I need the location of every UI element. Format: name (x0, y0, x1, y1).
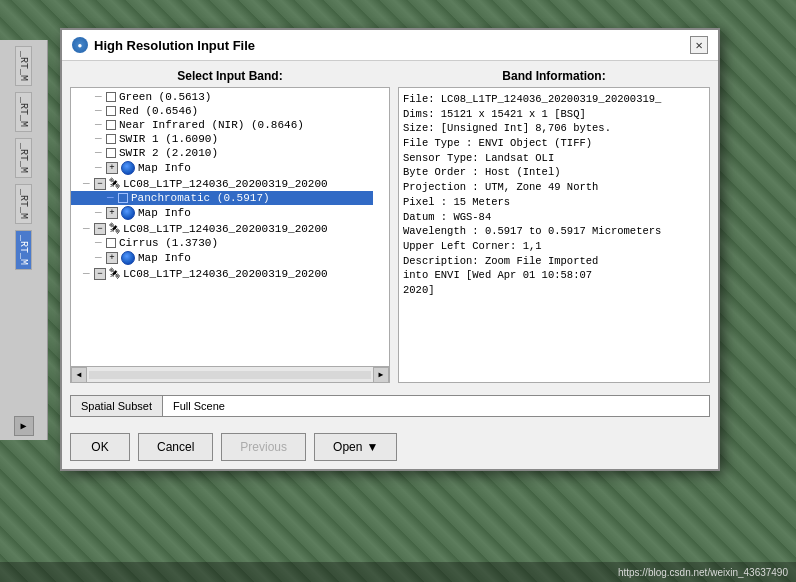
open-label: Open (333, 440, 362, 454)
left-panel: Select Input Band: ─ Green (0.5613) ─ Re… (70, 69, 390, 383)
satellite-icon-3: 🛰 (109, 267, 120, 280)
label-lc08-3: LC08_L1TP_124036_20200319_20200 (123, 268, 328, 280)
checkbox-cirrus[interactable] (106, 238, 116, 248)
open-arrow-icon: ▼ (366, 440, 378, 454)
checkbox-red[interactable] (106, 106, 116, 116)
expand-mapinfo3[interactable]: + (106, 252, 118, 264)
spatial-subset-button[interactable]: Spatial Subset (70, 395, 163, 417)
band-info-line-4: Sensor Type: Landsat OLI (403, 151, 705, 166)
sidebar: _RT_M _RT_M _RT_M _RT_M _RT_M ▶ (0, 40, 48, 440)
dialog-title-left: ● High Resolution Input File (72, 37, 255, 53)
sidebar-item-1[interactable]: _RT_M (15, 92, 32, 132)
checkbox-panchromatic[interactable] (118, 193, 128, 203)
label-mapinfo1: Map Info (138, 162, 191, 174)
scroll-track (89, 371, 371, 379)
expand-lc08-3[interactable]: − (94, 268, 106, 280)
band-info-line-0: File: LC08_L1TP_124036_20200319_20200319… (403, 92, 705, 107)
dialog-bottom: Spatial Subset Full Scene OK Cancel Prev… (62, 391, 718, 469)
label-lc08-2: LC08_L1TP_124036_20200319_20200 (123, 223, 328, 235)
label-mapinfo3: Map Info (138, 252, 191, 264)
expand-mapinfo1[interactable]: + (106, 162, 118, 174)
globe-icon-2 (121, 206, 135, 220)
ok-button[interactable]: OK (70, 433, 130, 461)
globe-icon-3 (121, 251, 135, 265)
tree-item-mapinfo3[interactable]: ─ + Map Info (71, 250, 373, 266)
label-nir: Near Infrared (NIR) (0.8646) (119, 119, 304, 131)
band-info-line-10: Upper Left Corner: 1,1 (403, 239, 705, 254)
tree-item-lc08-1[interactable]: ─ − 🛰 LC08_L1TP_124036_20200319_20200 (71, 176, 373, 191)
label-mapinfo2: Map Info (138, 207, 191, 219)
band-info-box: File: LC08_L1TP_124036_20200319_20200319… (398, 87, 710, 383)
expand-lc08-2[interactable]: − (94, 223, 106, 235)
tree-item-panchromatic[interactable]: ─ Panchromatic (0.5917) (71, 191, 373, 205)
globe-icon-1 (121, 161, 135, 175)
select-input-band-header: Select Input Band: (70, 69, 390, 83)
band-info-line-13: 2020] (403, 283, 705, 298)
tree-item-swir2[interactable]: ─ SWIR 2 (2.2010) (71, 146, 373, 160)
checkbox-green[interactable] (106, 92, 116, 102)
sidebar-item-0[interactable]: _RT_M (15, 46, 32, 86)
dialog-titlebar: ● High Resolution Input File ✕ (62, 30, 718, 61)
tree-container[interactable]: ─ Green (0.5613) ─ Red (0.6546) ─ N (70, 87, 390, 367)
band-info-line-7: Pixel : 15 Meters (403, 195, 705, 210)
band-info-line-8: Datum : WGS-84 (403, 210, 705, 225)
scroll-left-arrow[interactable]: ◀ (71, 367, 87, 383)
previous-button[interactable]: Previous (221, 433, 306, 461)
expand-mapinfo2[interactable]: + (106, 207, 118, 219)
label-cirrus: Cirrus (1.3730) (119, 237, 218, 249)
tree-item-nir[interactable]: ─ Near Infrared (NIR) (0.8646) (71, 118, 373, 132)
band-info-line-3: File Type : ENVI Object (TIFF) (403, 136, 705, 151)
checkbox-nir[interactable] (106, 120, 116, 130)
right-panel: Band Information: File: LC08_L1TP_124036… (398, 69, 710, 383)
cancel-button[interactable]: Cancel (138, 433, 213, 461)
spatial-subset-value: Full Scene (163, 395, 710, 417)
sidebar-item-4[interactable]: _RT_M (15, 230, 32, 270)
tree-item-red[interactable]: ─ Red (0.6546) (71, 104, 373, 118)
tree-item-cirrus[interactable]: ─ Cirrus (1.3730) (71, 236, 373, 250)
tree-item-mapinfo1[interactable]: ─ + Map Info (71, 160, 373, 176)
dialog-body: Select Input Band: ─ Green (0.5613) ─ Re… (62, 61, 718, 391)
spatial-subset-row: Spatial Subset Full Scene (70, 395, 710, 417)
dialog-title: High Resolution Input File (94, 38, 255, 53)
band-info-line-11: Description: Zoom File Imported (403, 254, 705, 269)
sidebar-item-2[interactable]: _RT_M (15, 138, 32, 178)
label-swir2: SWIR 2 (2.2010) (119, 147, 218, 159)
tree-item-green[interactable]: ─ Green (0.5613) (71, 90, 373, 104)
band-info-line-9: Wavelength : 0.5917 to 0.5917 Micrometer… (403, 224, 705, 239)
label-green: Green (0.5613) (119, 91, 211, 103)
tree-content: ─ Green (0.5613) ─ Red (0.6546) ─ N (71, 88, 389, 283)
band-info-line-5: Byte Order : Host (Intel) (403, 165, 705, 180)
checkbox-swir1[interactable] (106, 134, 116, 144)
horizontal-scrollbar[interactable]: ◀ ▶ (70, 367, 390, 383)
checkbox-swir2[interactable] (106, 148, 116, 158)
label-panchromatic: Panchromatic (0.5917) (131, 192, 270, 204)
open-button[interactable]: Open ▼ (314, 433, 397, 461)
dialog-icon: ● (72, 37, 88, 53)
band-info-header: Band Information: (398, 69, 710, 83)
sidebar-item-3[interactable]: _RT_M (15, 184, 32, 224)
satellite-icon-2: 🛰 (109, 222, 120, 235)
tree-item-swir1[interactable]: ─ SWIR 1 (1.6090) (71, 132, 373, 146)
band-info-line-2: Size: [Unsigned Int] 8,706 bytes. (403, 121, 705, 136)
status-bar: https://blog.csdn.net/weixin_43637490 (0, 562, 796, 582)
status-url: https://blog.csdn.net/weixin_43637490 (618, 567, 788, 578)
close-button[interactable]: ✕ (690, 36, 708, 54)
tree-item-mapinfo2[interactable]: ─ + Map Info (71, 205, 373, 221)
band-info-line-12: into ENVI [Wed Apr 01 10:58:07 (403, 268, 705, 283)
band-info-line-6: Projection : UTM, Zone 49 North (403, 180, 705, 195)
sidebar-expand-arrow[interactable]: ▶ (14, 416, 34, 436)
dialog: ● High Resolution Input File ✕ Select In… (60, 28, 720, 471)
label-swir1: SWIR 1 (1.6090) (119, 133, 218, 145)
label-lc08-1: LC08_L1TP_124036_20200319_20200 (123, 178, 328, 190)
band-info-line-1: Dims: 15121 x 15421 x 1 [BSQ] (403, 107, 705, 122)
tree-item-lc08-3[interactable]: ─ − 🛰 LC08_L1TP_124036_20200319_20200 (71, 266, 373, 281)
expand-lc08-1[interactable]: − (94, 178, 106, 190)
label-red: Red (0.6546) (119, 105, 198, 117)
action-buttons: OK Cancel Previous Open ▼ (70, 433, 710, 461)
scroll-right-arrow[interactable]: ▶ (373, 367, 389, 383)
tree-item-lc08-2[interactable]: ─ − 🛰 LC08_L1TP_124036_20200319_20200 (71, 221, 373, 236)
satellite-icon-1: 🛰 (109, 177, 120, 190)
